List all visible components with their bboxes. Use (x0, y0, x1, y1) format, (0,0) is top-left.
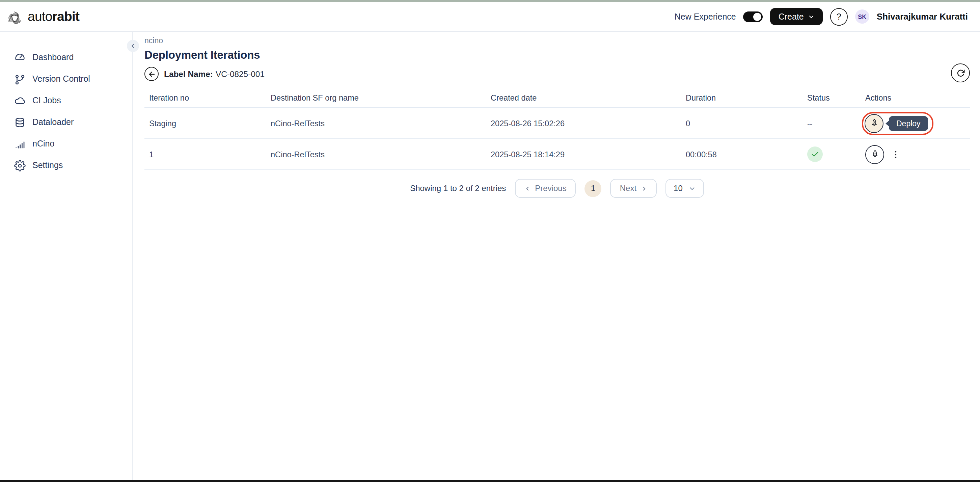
toggle-knob (754, 13, 762, 21)
deploy-rocket-button[interactable] (865, 145, 884, 164)
autorabit-logo-icon (6, 8, 24, 25)
sidebar-item-ncino[interactable]: nCino (0, 133, 132, 154)
git-branch-icon (14, 73, 25, 85)
chevron-left-icon (524, 185, 530, 191)
sidebar-item-label: Dashboard (32, 52, 73, 62)
cell-destination-org: nCino-RelTests (266, 118, 486, 128)
cell-created-date: 2025-08-25 18:14:29 (486, 150, 681, 159)
sidebar-item-version-control[interactable]: Version Control (0, 68, 132, 90)
chevron-down-icon (808, 13, 815, 20)
new-experience-label: New Experience (675, 12, 736, 21)
pagination-summary: Showing 1 to 2 of 2 entries (410, 184, 506, 193)
sidebar-item-dataloader[interactable]: Dataloader (0, 111, 132, 133)
gear-icon (14, 160, 25, 171)
create-button[interactable]: Create (770, 8, 823, 25)
next-page-button[interactable]: Next (611, 179, 657, 198)
cell-actions (861, 145, 970, 164)
column-header-created-date: Created date (486, 93, 681, 102)
back-button[interactable] (145, 67, 159, 81)
sidebar-collapse-button[interactable] (127, 40, 139, 52)
rocket-icon (870, 149, 880, 159)
sidebar-item-dashboard[interactable]: Dashboard (0, 46, 132, 68)
status-success-badge (807, 146, 823, 162)
cell-actions: Deploy (861, 112, 970, 135)
sidebar-item-ci-jobs[interactable]: CI Jobs (0, 90, 132, 111)
column-header-duration: Duration (681, 93, 802, 102)
cloud-icon (14, 95, 25, 106)
next-label: Next (620, 184, 636, 193)
previous-page-button[interactable]: Previous (515, 179, 576, 198)
cell-duration: 0 (681, 118, 802, 128)
sidebar: Dashboard Version Control CI Jobs Datalo… (0, 32, 133, 480)
kebab-icon (891, 149, 900, 160)
label-row: Label Name: VC-0825-001 (145, 67, 968, 81)
avatar-initials: SK (858, 13, 866, 20)
help-button[interactable]: ? (830, 8, 848, 25)
brand-wordmark: autorabit (28, 9, 79, 24)
app-header: autorabit New Experience Create ? SK Shi… (0, 2, 980, 32)
sidebar-item-label: nCino (32, 139, 54, 148)
table-row: Staging nCino-RelTests 2025-08-26 15:02:… (145, 108, 970, 139)
cell-status (802, 146, 861, 162)
page-size-value: 10 (674, 184, 683, 193)
cell-status: -- (802, 118, 861, 128)
check-icon (811, 150, 819, 159)
refresh-button[interactable] (951, 64, 970, 82)
kebab-menu-button[interactable] (889, 148, 902, 161)
app-window: autorabit New Experience Create ? SK Shi… (0, 0, 980, 482)
cell-destination-org: nCino-RelTests (266, 150, 486, 159)
sidebar-item-label: Version Control (32, 74, 90, 84)
chevron-left-icon (130, 43, 136, 49)
sidebar-item-label: Settings (32, 161, 63, 170)
user-name[interactable]: Shivarajkumar Kuratti (877, 11, 968, 22)
refresh-icon (956, 68, 965, 77)
sidebar-item-label: CI Jobs (32, 96, 61, 105)
deploy-rocket-button[interactable] (865, 114, 883, 133)
label-name-label: Label Name: (164, 69, 213, 79)
bar-chart-icon (14, 138, 25, 150)
label-name-value: VC-0825-001 (216, 69, 264, 79)
sidebar-item-settings[interactable]: Settings (0, 154, 132, 176)
cell-iteration-no: Staging (145, 118, 266, 128)
cell-iteration-no: 1 (145, 150, 266, 159)
avatar[interactable]: SK (855, 10, 869, 24)
cell-created-date: 2025-08-26 15:02:26 (486, 118, 681, 128)
column-header-iteration-no: Iteration no (145, 93, 266, 102)
gauge-icon (14, 52, 25, 63)
question-mark-icon: ? (837, 11, 841, 22)
current-page-button[interactable]: 1 (585, 180, 602, 197)
brand-logo[interactable]: autorabit (6, 8, 79, 25)
deploy-tooltip[interactable]: Deploy (889, 116, 928, 130)
breadcrumb: ncino (145, 37, 968, 45)
column-header-actions: Actions (861, 93, 970, 102)
window-bottom-edge (0, 480, 980, 482)
chevron-down-icon (689, 185, 696, 192)
arrow-left-icon (148, 70, 156, 78)
page-title: Deployment Iterations (145, 49, 968, 61)
create-button-label: Create (778, 12, 804, 21)
previous-label: Previous (535, 184, 566, 193)
table-row: 1 nCino-RelTests 2025-08-25 18:14:29 00:… (145, 139, 970, 170)
table-header-row: Iteration no Destination SF org name Cre… (145, 88, 970, 108)
deployment-iterations-table: Iteration no Destination SF org name Cre… (145, 88, 970, 170)
main-content: ncino Deployment Iterations Label Name: … (133, 32, 980, 480)
new-experience-toggle[interactable] (743, 11, 763, 22)
deploy-highlight-annotation: Deploy (862, 112, 934, 135)
page-size-select[interactable]: 10 (665, 179, 704, 198)
column-header-status: Status (802, 93, 861, 102)
cell-duration: 00:00:58 (681, 150, 802, 159)
chevron-right-icon (641, 185, 647, 191)
database-icon (14, 116, 25, 128)
column-header-destination-org: Destination SF org name (266, 93, 486, 102)
body-row: Dashboard Version Control CI Jobs Datalo… (0, 32, 980, 480)
sidebar-item-label: Dataloader (32, 118, 73, 127)
header-controls: New Experience Create ? SK Shivarajkumar… (675, 8, 968, 25)
rocket-icon (869, 118, 879, 128)
pagination: Showing 1 to 2 of 2 entries Previous 1 N… (145, 179, 970, 198)
